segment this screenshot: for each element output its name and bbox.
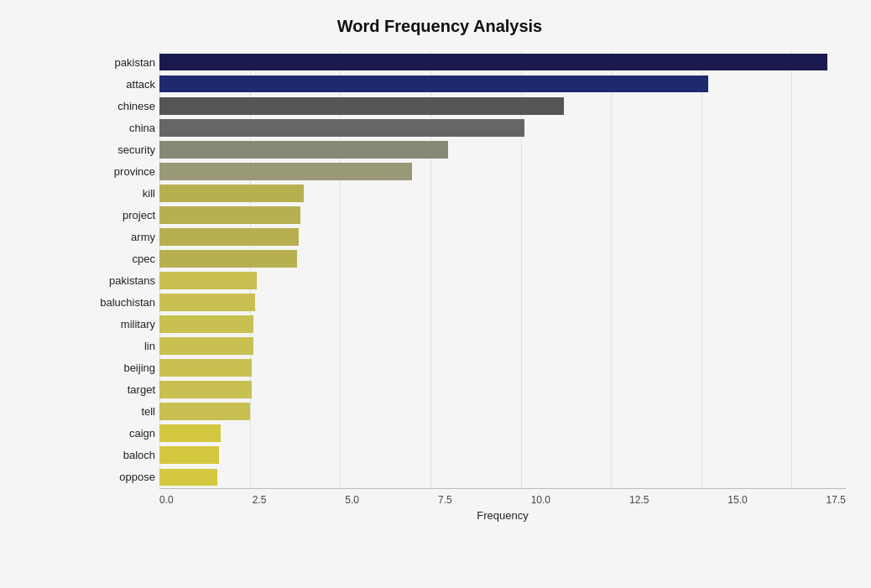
bar-fill — [159, 228, 299, 246]
bar-row: beijing — [159, 357, 846, 379]
bar-fill — [159, 315, 253, 333]
bar-fill — [159, 424, 221, 442]
bar-fill — [159, 469, 217, 487]
bar-label: security — [84, 143, 155, 156]
x-tick: 15.0 — [728, 494, 747, 506]
bar-label: beijing — [84, 362, 155, 374]
bar-label: army — [84, 231, 155, 243]
bar-label: kill — [84, 187, 155, 200]
bar-fill — [159, 141, 448, 159]
bar-fill — [159, 163, 412, 180]
bar-row: lin — [159, 336, 846, 357]
bar-label: target — [84, 383, 155, 396]
bar-fill — [159, 359, 252, 377]
chart-container: Word Frequency Analysis pakistanattackch… — [0, 0, 871, 588]
bar-row: cpec — [159, 247, 846, 269]
x-tick: 5.0 — [345, 494, 359, 506]
bar-row: pakistans — [159, 269, 846, 291]
bar-row: target — [159, 379, 846, 401]
x-axis-label: Frequency — [159, 509, 846, 522]
x-tick: 2.5 — [253, 494, 267, 506]
chart-title: Word Frequency Analysis — [34, 17, 846, 36]
bar-fill — [159, 337, 253, 355]
bar-row: baluchistan — [159, 292, 846, 314]
bar-row: army — [159, 226, 846, 247]
bar-fill — [159, 97, 564, 115]
bar-label: chinese — [84, 100, 155, 112]
bar-fill — [159, 294, 255, 311]
bar-fill — [159, 185, 304, 202]
bar-label: caign — [84, 427, 155, 440]
x-tick: 7.5 — [438, 494, 452, 506]
bar-fill — [159, 206, 300, 224]
bar-label: lin — [84, 340, 155, 352]
bar-label: attack — [84, 78, 155, 91]
bar-label: baluchistan — [84, 296, 155, 309]
bar-fill — [159, 403, 250, 420]
bar-label: cpec — [84, 252, 155, 265]
bar-row: caign — [159, 423, 846, 445]
bar-row: project — [159, 204, 846, 226]
bar-row: chinese — [159, 95, 846, 117]
bar-label: military — [84, 318, 155, 330]
bar-row: tell — [159, 401, 846, 423]
bar-label: baloch — [84, 449, 155, 461]
x-axis: 0.02.55.07.510.012.515.017.5 Frequency — [159, 488, 846, 530]
bar-fill — [159, 272, 257, 289]
bar-row: attack — [159, 73, 846, 95]
bar-row: province — [159, 160, 846, 182]
x-tick: 10.0 — [531, 494, 550, 506]
bar-fill — [159, 381, 252, 398]
bar-label: china — [84, 122, 155, 134]
bar-label: project — [84, 209, 155, 221]
bar-row: military — [159, 314, 846, 336]
bar-fill — [159, 250, 297, 268]
bar-fill — [159, 446, 219, 464]
bar-label: tell — [84, 405, 155, 418]
bar-fill — [159, 75, 708, 93]
bar-label: pakistan — [84, 56, 155, 69]
bar-fill — [159, 119, 524, 137]
bar-label: province — [84, 165, 155, 178]
bar-row: security — [159, 138, 846, 160]
bar-label: oppose — [84, 471, 155, 483]
x-tick: 17.5 — [827, 494, 846, 506]
bar-row: oppose — [159, 466, 846, 488]
bar-row: kill — [159, 182, 846, 204]
x-tick: 0.0 — [159, 494, 174, 506]
bar-fill — [159, 54, 827, 71]
bar-row: pakistan — [159, 51, 846, 73]
bar-row: china — [159, 117, 846, 138]
x-tick: 12.5 — [629, 494, 649, 506]
bar-row: baloch — [159, 445, 846, 466]
bar-label: pakistans — [84, 274, 155, 287]
